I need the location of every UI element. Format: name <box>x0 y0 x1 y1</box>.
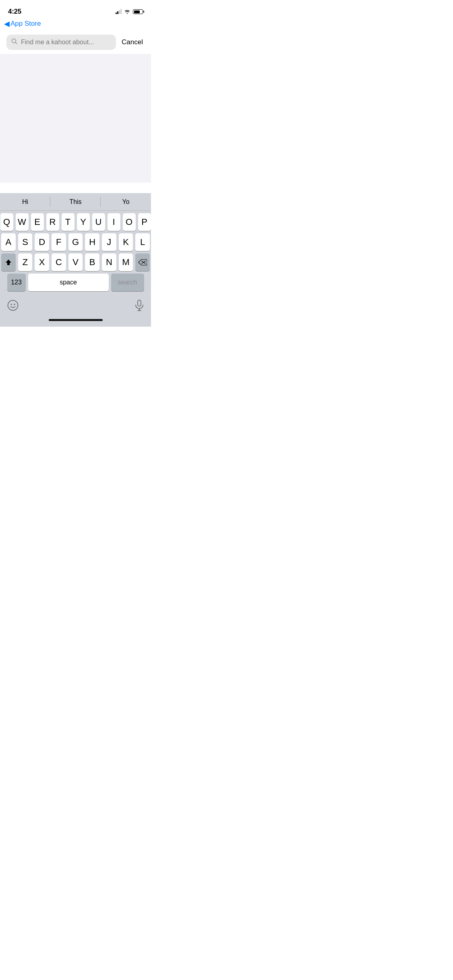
key-t[interactable]: T <box>62 213 74 231</box>
key-z[interactable]: Z <box>18 253 33 271</box>
key-x[interactable]: X <box>35 253 49 271</box>
key-k[interactable]: K <box>119 233 133 251</box>
home-indicator <box>0 315 151 327</box>
key-row-4: 123 space search <box>1 274 150 291</box>
cancel-button[interactable]: Cancel <box>120 38 145 46</box>
key-rows: Q W E R T Y U I O P A S D F G H J K L <box>0 211 151 294</box>
key-l[interactable]: L <box>135 233 150 251</box>
wifi-icon <box>124 9 130 14</box>
key-row-3: Z X C V B N M <box>1 253 150 271</box>
key-q[interactable]: Q <box>0 213 13 231</box>
delete-key[interactable] <box>135 253 150 271</box>
key-m[interactable]: M <box>119 253 133 271</box>
predictive-item-1[interactable]: Hi <box>0 193 50 210</box>
predictive-item-3[interactable]: Yo <box>101 193 151 210</box>
key-p[interactable]: P <box>138 213 151 231</box>
search-input-wrapper[interactable] <box>6 35 116 50</box>
key-y[interactable]: Y <box>77 213 90 231</box>
search-input[interactable] <box>21 39 111 46</box>
key-n[interactable]: N <box>102 253 116 271</box>
key-v[interactable]: V <box>68 253 83 271</box>
key-d[interactable]: D <box>35 233 49 251</box>
key-i[interactable]: I <box>108 213 120 231</box>
key-a[interactable]: A <box>1 233 16 251</box>
shift-key[interactable] <box>1 253 16 271</box>
svg-point-4 <box>8 301 18 311</box>
key-u[interactable]: U <box>92 213 105 231</box>
key-e[interactable]: E <box>31 213 44 231</box>
status-icons <box>116 9 143 14</box>
back-label: App Store <box>10 20 41 28</box>
key-f[interactable]: F <box>52 233 66 251</box>
predictive-item-2[interactable]: This <box>50 193 101 210</box>
home-bar <box>49 319 103 321</box>
signal-bars-icon <box>116 9 122 14</box>
back-chevron-icon: ◀ <box>4 19 10 28</box>
search-icon <box>11 38 18 46</box>
search-key[interactable]: search <box>111 274 144 291</box>
status-bar: 4:25 <box>0 0 151 18</box>
svg-point-5 <box>11 304 12 305</box>
svg-rect-7 <box>138 300 141 306</box>
keyboard-bottom <box>0 294 151 315</box>
svg-line-1 <box>16 43 17 44</box>
svg-point-6 <box>14 304 15 305</box>
key-h[interactable]: H <box>85 233 99 251</box>
numbers-key[interactable]: 123 <box>7 274 26 291</box>
key-w[interactable]: W <box>16 213 29 231</box>
key-c[interactable]: C <box>52 253 66 271</box>
key-s[interactable]: S <box>18 233 33 251</box>
key-r[interactable]: R <box>46 213 59 231</box>
search-bar-container: Cancel <box>0 32 151 54</box>
key-o[interactable]: O <box>123 213 136 231</box>
back-nav[interactable]: ◀ App Store <box>0 18 151 32</box>
key-j[interactable]: J <box>102 233 116 251</box>
predictive-row: Hi This Yo <box>0 193 151 211</box>
microphone-button[interactable] <box>135 300 144 311</box>
key-g[interactable]: G <box>68 233 83 251</box>
status-time: 4:25 <box>8 8 21 16</box>
key-row-1: Q W E R T Y U I O P <box>1 213 150 231</box>
key-b[interactable]: B <box>85 253 99 271</box>
emoji-button[interactable] <box>7 300 19 311</box>
content-area <box>0 54 151 183</box>
key-row-2: A S D F G H J K L <box>1 233 150 251</box>
keyboard: Hi This Yo Q W E R T Y U I O P A S D F <box>0 193 151 327</box>
battery-icon <box>133 9 143 14</box>
space-key[interactable]: space <box>28 274 109 291</box>
